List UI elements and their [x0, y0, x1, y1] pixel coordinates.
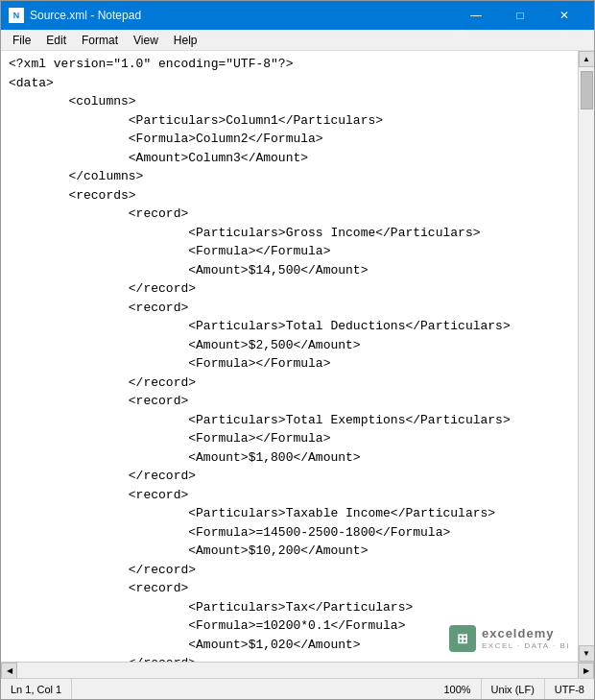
horizontal-scrollbar[interactable]: ◀ ▶: [1, 662, 594, 678]
menu-file[interactable]: File: [5, 32, 38, 49]
window: N Source.xml - Notepad — □ ✕ File Edit F…: [0, 0, 595, 700]
menu-format[interactable]: Format: [74, 32, 126, 49]
status-line-ending: Unix (LF): [482, 679, 545, 699]
vertical-scrollbar[interactable]: ▲ ▼: [578, 51, 594, 662]
title-bar-controls: — □ ✕: [454, 1, 586, 30]
status-zoom: 100%: [434, 679, 481, 699]
watermark-brand: exceldemy: [482, 626, 570, 641]
scroll-up-arrow[interactable]: ▲: [579, 51, 595, 67]
menu-help[interactable]: Help: [166, 32, 205, 49]
scroll-right-arrow[interactable]: ▶: [578, 663, 594, 679]
scroll-track-v[interactable]: [579, 67, 594, 645]
watermark-subtitle: EXCEL · DATA · BI: [482, 641, 570, 651]
status-bar: Ln 1, Col 1 100% Unix (LF) UTF-8: [1, 678, 594, 699]
watermark: ⊞ exceldemy EXCEL · DATA · BI: [449, 625, 570, 652]
scroll-thumb-v[interactable]: [581, 71, 593, 109]
status-encoding: UTF-8: [545, 679, 594, 699]
scroll-down-arrow[interactable]: ▼: [579, 645, 595, 662]
editor-area: <?xml version="1.0" encoding="UTF-8"?> <…: [1, 51, 594, 662]
menu-edit[interactable]: Edit: [38, 32, 74, 49]
close-button[interactable]: ✕: [542, 1, 586, 30]
menu-view[interactable]: View: [126, 32, 166, 49]
watermark-text: exceldemy EXCEL · DATA · BI: [482, 626, 570, 650]
title-bar-left: N Source.xml - Notepad: [9, 8, 141, 23]
watermark-icon: ⊞: [449, 625, 476, 652]
minimize-button[interactable]: —: [454, 1, 498, 30]
text-editor[interactable]: <?xml version="1.0" encoding="UTF-8"?> <…: [1, 51, 578, 662]
scroll-track-h[interactable]: [17, 663, 578, 678]
title-bar: N Source.xml - Notepad — □ ✕: [1, 1, 594, 30]
notepad-icon: N: [9, 8, 24, 23]
status-position: Ln 1, Col 1: [1, 679, 72, 699]
maximize-button[interactable]: □: [498, 1, 542, 30]
window-title: Source.xml - Notepad: [30, 9, 141, 22]
scroll-left-arrow[interactable]: ◀: [1, 663, 17, 679]
menu-bar: File Edit Format View Help: [1, 30, 594, 51]
